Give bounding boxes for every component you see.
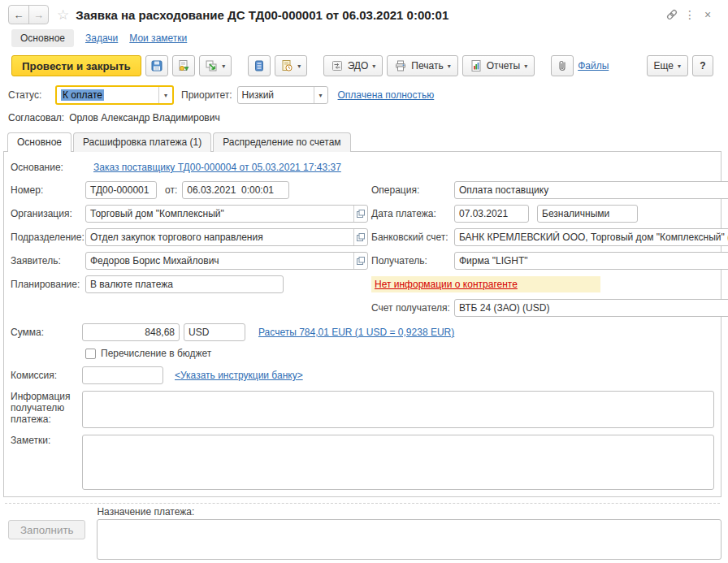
post-document-button[interactable] bbox=[172, 55, 195, 76]
payee-info-row: Информация получателю платежа: bbox=[11, 391, 714, 428]
back-button[interactable]: ← bbox=[9, 6, 28, 24]
tab-my-notes[interactable]: Мои заметки bbox=[129, 32, 187, 44]
payee-info-label: Информация получателю платежа: bbox=[11, 391, 82, 428]
forward-button[interactable]: → bbox=[28, 6, 48, 24]
basis-row: Основание: Заказ поставщику ТД00-000004 … bbox=[11, 158, 714, 176]
operation-label: Операция: bbox=[371, 184, 419, 196]
settlements-link[interactable]: Расчеты 784,01 EUR (1 USD = 0,9238 EUR) bbox=[258, 327, 454, 338]
reports-button[interactable]: Отчеты ▾ bbox=[462, 55, 535, 76]
payment-date-field[interactable]: 07.03.2021 bbox=[454, 205, 529, 223]
help-button[interactable]: ? bbox=[692, 55, 713, 76]
priority-combobox[interactable]: Низкий ▾ bbox=[237, 86, 328, 104]
commission-row: Комиссия: <Указать инструкции банку> bbox=[11, 366, 714, 384]
organization-field[interactable]: Торговый дом "Комплексный" bbox=[85, 205, 368, 223]
favorite-star-icon[interactable]: ☆ bbox=[57, 6, 69, 24]
reports-label: Отчеты bbox=[487, 60, 520, 71]
budget-checkbox-label: Перечисление в бюджет bbox=[101, 348, 211, 359]
notes-textarea[interactable] bbox=[82, 435, 714, 490]
approved-value: Орлов Александр Владимирович bbox=[69, 112, 220, 125]
applicant-label: Заявитель: bbox=[11, 255, 61, 266]
close-icon: × bbox=[704, 8, 711, 21]
print-button[interactable]: Печать ▾ bbox=[387, 55, 457, 76]
status-label: Статус: bbox=[8, 89, 55, 101]
date-field[interactable]: 06.03.2021 0:00:01 bbox=[182, 181, 289, 199]
dropdown-caret-icon: ▾ bbox=[678, 63, 681, 70]
print-label: Печать bbox=[411, 60, 443, 71]
page-tabs: Основное Задачи Мои заметки bbox=[3, 28, 722, 48]
applicant-field[interactable]: Федоров Борис Михайлович bbox=[85, 252, 368, 270]
payment-purpose-textarea[interactable] bbox=[97, 519, 722, 560]
basis-link[interactable]: Заказ поставщику ТД00-000004 от 05.03.20… bbox=[93, 162, 341, 173]
paid-fully-link[interactable]: Оплачена полностью bbox=[338, 89, 435, 101]
save-button[interactable] bbox=[145, 55, 168, 76]
counterparty-warning: Нет информации о контрагенте bbox=[371, 276, 600, 292]
back-arrow-icon: ← bbox=[14, 9, 24, 21]
paperclip-icon bbox=[556, 59, 569, 72]
fill-button[interactable]: Заполнить bbox=[8, 520, 85, 539]
planning-field[interactable]: В валюте платежа bbox=[85, 275, 284, 293]
purpose-section: Заполнить Назначение платежа: bbox=[3, 506, 722, 560]
recipient-account-field[interactable]: ВТБ 24 (ЗАО) (USD) bbox=[454, 299, 728, 317]
get-link-button[interactable] bbox=[663, 6, 681, 24]
edo-exchange-icon bbox=[331, 59, 344, 72]
form-tab-payment-details[interactable]: Расшифровка платежа (1) bbox=[73, 132, 211, 152]
number-field[interactable]: ТД00-000001 bbox=[85, 181, 157, 199]
form-tab-account-distribution[interactable]: Распределение по счетам bbox=[213, 132, 350, 152]
status-combobox[interactable]: К оплате ▾ bbox=[55, 85, 174, 105]
post-document-icon bbox=[177, 59, 190, 72]
approved-row: Согласовал: Орлов Александр Владимирович bbox=[3, 112, 722, 125]
bank-instructions-link[interactable]: <Указать инструкции банку> bbox=[175, 370, 303, 381]
attachments-button[interactable] bbox=[551, 55, 574, 76]
report-chart-icon bbox=[470, 59, 483, 72]
bank-account-field[interactable]: БАНК КРЕМЛЕВСКИЙ ООО, Торговый дом "Комп… bbox=[454, 228, 728, 246]
form-panel: Основание: Заказ поставщику ТД00-000004 … bbox=[3, 151, 722, 497]
operation-field[interactable]: Оплата поставщику bbox=[454, 181, 728, 199]
combo-caret-icon[interactable]: ▾ bbox=[158, 87, 172, 103]
more-button[interactable]: Еще ▾ bbox=[647, 55, 688, 76]
edo-button[interactable]: ЭДО ▾ bbox=[323, 55, 384, 76]
amount-field[interactable]: 848,68 bbox=[82, 323, 180, 341]
printer-icon bbox=[394, 59, 407, 72]
command-bar: Провести и закрыть bbox=[3, 54, 722, 77]
tab-main[interactable]: Основное bbox=[11, 29, 74, 47]
more-label: Еще bbox=[654, 60, 674, 71]
edo-label: ЭДО bbox=[348, 60, 369, 71]
combo-caret-icon[interactable]: ▾ bbox=[314, 87, 327, 103]
budget-row: Перечисление в бюджет bbox=[85, 346, 714, 361]
commission-field[interactable] bbox=[82, 366, 163, 384]
document-movements-button[interactable] bbox=[248, 55, 271, 76]
files-link[interactable]: Файлы bbox=[578, 60, 609, 71]
payee-info-textarea[interactable] bbox=[82, 391, 714, 428]
open-icon[interactable] bbox=[353, 206, 367, 222]
register-list-icon bbox=[253, 59, 266, 72]
open-icon[interactable] bbox=[353, 229, 367, 245]
post-and-close-button[interactable]: Провести и закрыть bbox=[11, 55, 141, 76]
notes-label: Заметки: bbox=[11, 435, 82, 490]
tab-tasks[interactable]: Задачи bbox=[85, 32, 118, 44]
reminder-button[interactable]: ▾ bbox=[275, 55, 307, 76]
date-label: от: bbox=[165, 184, 177, 196]
counterparty-warning-link[interactable]: Нет информации о контрагенте bbox=[375, 279, 518, 290]
kebab-menu-button[interactable]: ⋮ bbox=[681, 6, 699, 24]
kebab-icon: ⋮ bbox=[684, 8, 696, 21]
basis-label: Основание: bbox=[11, 162, 82, 173]
close-button[interactable]: × bbox=[699, 6, 717, 24]
dropdown-caret-icon: ▾ bbox=[524, 63, 527, 70]
payment-method-field[interactable]: Безналичными bbox=[537, 205, 638, 223]
create-based-on-button[interactable]: ▾ bbox=[199, 55, 232, 76]
save-floppy-icon bbox=[150, 59, 163, 72]
budget-transfer-checkbox[interactable] bbox=[85, 349, 96, 359]
currency-field[interactable]: USD bbox=[184, 323, 245, 341]
forward-arrow-icon: → bbox=[33, 9, 44, 21]
recipient-label: Получатель: bbox=[371, 255, 427, 266]
form-tab-main[interactable]: Основное bbox=[7, 132, 72, 152]
titlebar: ← → ☆ Заявка на расходование ДС ТД00-000… bbox=[3, 4, 722, 25]
recipient-field[interactable]: Фирма "LIGHT" bbox=[454, 252, 728, 270]
approved-label: Согласовал: bbox=[8, 112, 64, 125]
department-field[interactable]: Отдел закупок торгового направления bbox=[85, 228, 368, 246]
number-label: Номер: bbox=[11, 184, 43, 196]
dropdown-caret-icon: ▾ bbox=[448, 63, 451, 70]
open-icon[interactable] bbox=[353, 253, 367, 269]
dropdown-caret-icon: ▾ bbox=[222, 63, 225, 70]
create-based-on-icon bbox=[205, 59, 218, 72]
